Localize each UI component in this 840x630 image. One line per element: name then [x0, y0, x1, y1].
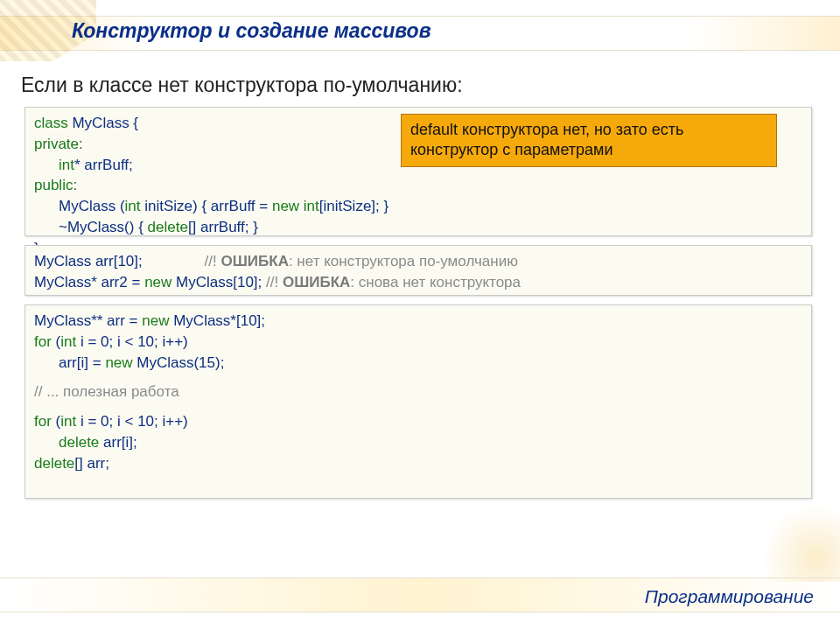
code-line: MyClass arr[10]; //! ОШИБКА: нет констру… — [34, 251, 802, 272]
code-line: arr[i] = new MyClass(15); — [34, 353, 802, 374]
code-line: ~MyClass() { delete[] arrBuff; } — [34, 217, 802, 238]
code-block-errors: MyClass arr[10]; //! ОШИБКА: нет констру… — [24, 245, 812, 296]
code-line: MyClass** arr = new MyClass*[10]; — [34, 311, 802, 332]
code-line: MyClass* arr2 = new MyClass[10]; //! ОШИ… — [34, 272, 802, 293]
slide-title: Конструктор и создание массивов — [72, 19, 431, 43]
code-line: public: — [34, 175, 802, 196]
blank-line — [34, 373, 802, 382]
footer-decoration — [761, 503, 840, 582]
code-line: // ... полезная работа — [34, 382, 802, 402]
callout-note: default конструктора нет, но зато есть к… — [401, 114, 777, 167]
code-line: delete arr[i]; — [34, 432, 802, 453]
code-line: MyClass (int initSize) { arrBuff = new i… — [34, 196, 802, 217]
code-block-workaround: MyClass** arr = new MyClass*[10]; for (i… — [24, 304, 812, 499]
blank-line — [34, 402, 802, 411]
slide-subtitle: Если в классе нет конструктора по-умолча… — [21, 74, 463, 97]
code-line: for (int i = 0; i < 10; i++) — [34, 332, 802, 353]
code-line: for (int i = 0; i < 10; i++) — [34, 411, 802, 432]
code-line: delete[] arr; — [34, 453, 802, 474]
footer-label: Программирование — [645, 586, 814, 607]
